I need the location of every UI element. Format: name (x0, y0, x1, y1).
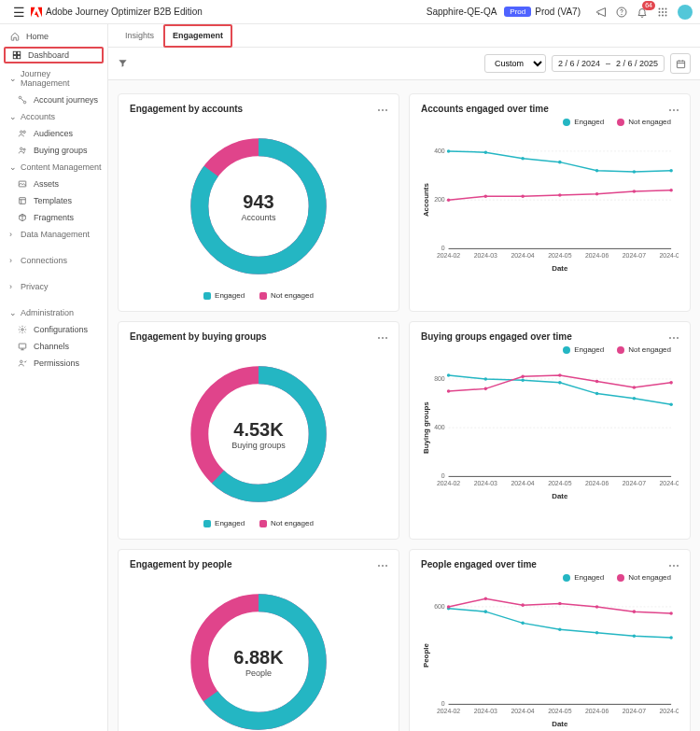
svg-text:800: 800 (434, 375, 445, 382)
sidebar-item-label: Templates (34, 196, 72, 205)
apps-icon[interactable] (653, 3, 672, 21)
legend: Engaged Not engaged (130, 519, 387, 527)
sidebar-section-connections[interactable]: ›Connections (0, 252, 107, 269)
channels-icon (17, 341, 28, 352)
sidebar-item-label: Fragments (34, 213, 74, 222)
svg-text:2024-02: 2024-02 (437, 252, 460, 259)
sidebar-item-label: Permissions (34, 358, 79, 368)
sidebar-item-dashboard[interactable]: Dashboard (4, 47, 104, 63)
svg-text:2024-02: 2024-02 (437, 480, 460, 486)
filter-icon[interactable] (118, 58, 128, 70)
sidebar-item-fragments[interactable]: Fragments (0, 209, 107, 226)
chevron-down-icon: ⌄ (9, 74, 17, 83)
more-icon[interactable]: ⋯ (377, 331, 389, 344)
sidebar-section-data-management[interactable]: ›Data Management (0, 226, 107, 243)
org-name: Sapphire-QE-QA (427, 7, 497, 17)
sidebar-item-configurations[interactable]: Configurations (0, 321, 107, 338)
svg-text:Date: Date (552, 720, 568, 728)
sidebar-section-label: Administration (21, 308, 74, 317)
svg-text:Date: Date (552, 264, 568, 273)
sidebar-section-label: Connections (21, 256, 67, 265)
card-title: Engagement by accounts (130, 104, 387, 114)
sidebar-item-channels[interactable]: Channels (0, 338, 107, 355)
sidebar-section-administration[interactable]: ⌄Administration (0, 304, 107, 321)
svg-text:People: People (422, 643, 430, 668)
line-chart-accounts: 02004002024-022024-032024-042024-052024-… (421, 135, 679, 285)
svg-rect-22 (20, 198, 26, 204)
svg-point-108 (558, 602, 562, 606)
tab-insights[interactable]: Insights (116, 24, 163, 47)
svg-point-38 (521, 157, 525, 161)
home-icon (9, 31, 21, 42)
svg-point-20 (23, 148, 25, 150)
chevron-down-icon: ⌄ (9, 162, 17, 172)
sidebar-section-content-management[interactable]: ⌄Content Management (0, 159, 107, 176)
dot-engaged (563, 346, 570, 354)
notifications-icon[interactable]: 64 (633, 3, 651, 21)
tab-engagement[interactable]: Engagement (163, 24, 232, 48)
sidebar-item-label: Dashboard (28, 50, 69, 60)
sidebar-section-accounts[interactable]: ⌄Accounts (0, 108, 107, 125)
more-icon[interactable]: ⋯ (668, 104, 680, 117)
donut-unit: Accounts (241, 213, 275, 222)
hamburger-icon[interactable]: ☰ (7, 5, 31, 20)
swatch-engaged (203, 520, 211, 527)
sidebar-item-permissions[interactable]: Permissions (0, 355, 107, 372)
donut-value: 4.53K (233, 419, 283, 441)
svg-point-68 (447, 373, 451, 377)
sidebar-item-buying-groups[interactable]: Buying groups (0, 142, 107, 159)
permissions-icon (17, 358, 28, 369)
more-icon[interactable]: ⋯ (377, 559, 389, 572)
svg-point-6 (662, 11, 664, 13)
sidebar-section-privacy[interactable]: ›Privacy (0, 278, 107, 295)
date-range-select[interactable]: Custom (484, 54, 546, 73)
svg-point-3 (662, 7, 664, 9)
svg-point-9 (662, 14, 664, 16)
more-icon[interactable]: ⋯ (668, 331, 680, 344)
help-icon[interactable] (612, 3, 631, 21)
svg-point-40 (595, 169, 599, 173)
sidebar-item-audiences[interactable]: Audiences (0, 125, 107, 142)
donut-chart-accounts: 943Accounts (185, 133, 332, 280)
sidebar-item-label: Audiences (34, 129, 73, 138)
sidebar-item-home[interactable]: Home (0, 28, 107, 45)
dot-engaged (563, 574, 570, 582)
svg-text:2024-08: 2024-08 (659, 708, 679, 714)
card-people-over-time: People engaged over time ⋯ Engaged Not e… (409, 549, 691, 731)
legend-label: Not engaged (628, 345, 671, 354)
donut-chart-people: 6.88KPeople (185, 588, 332, 731)
svg-rect-24 (19, 344, 26, 348)
svg-point-42 (669, 169, 673, 173)
svg-point-36 (447, 149, 451, 153)
sidebar-section-label: Content Management (21, 162, 102, 172)
more-icon[interactable]: ⋯ (668, 559, 680, 572)
line-legend: Engaged Not engaged (428, 573, 671, 582)
svg-text:0: 0 (441, 472, 445, 479)
calendar-icon[interactable] (670, 53, 691, 74)
notification-count: 64 (642, 1, 655, 10)
date-range-input[interactable]: 2 / 6 / 2024 – 2 / 6 / 2025 (552, 55, 665, 72)
sidebar-item-assets[interactable]: Assets (0, 176, 107, 192)
dot-not-engaged (617, 574, 624, 582)
svg-point-17 (21, 131, 23, 134)
svg-point-107 (521, 603, 525, 607)
donut-chart-buying-groups: 4.53KBuying groups (185, 360, 332, 508)
announcement-icon[interactable] (592, 3, 610, 21)
donut-unit: People (245, 668, 272, 678)
svg-point-102 (595, 631, 599, 635)
legend-label: Engaged (574, 118, 604, 126)
sidebar-item-templates[interactable]: Templates (0, 192, 107, 209)
svg-point-100 (521, 622, 525, 626)
journey-icon (17, 94, 28, 105)
app-header: ☰ Adobe Journey Optimizer B2B Edition Sa… (0, 0, 700, 24)
svg-text:2024-08: 2024-08 (659, 252, 679, 259)
avatar[interactable] (678, 5, 693, 20)
sidebar-item-account-journeys[interactable]: Account journeys (0, 91, 107, 108)
svg-point-71 (558, 381, 562, 385)
more-icon[interactable]: ⋯ (377, 104, 389, 117)
card-title: People engaged over time (421, 559, 679, 569)
sidebar-section-label: Accounts (21, 112, 55, 121)
svg-text:200: 200 (434, 196, 445, 203)
svg-point-74 (669, 403, 673, 407)
sidebar-section-journey-management[interactable]: ⌄Journey Management (0, 65, 107, 91)
